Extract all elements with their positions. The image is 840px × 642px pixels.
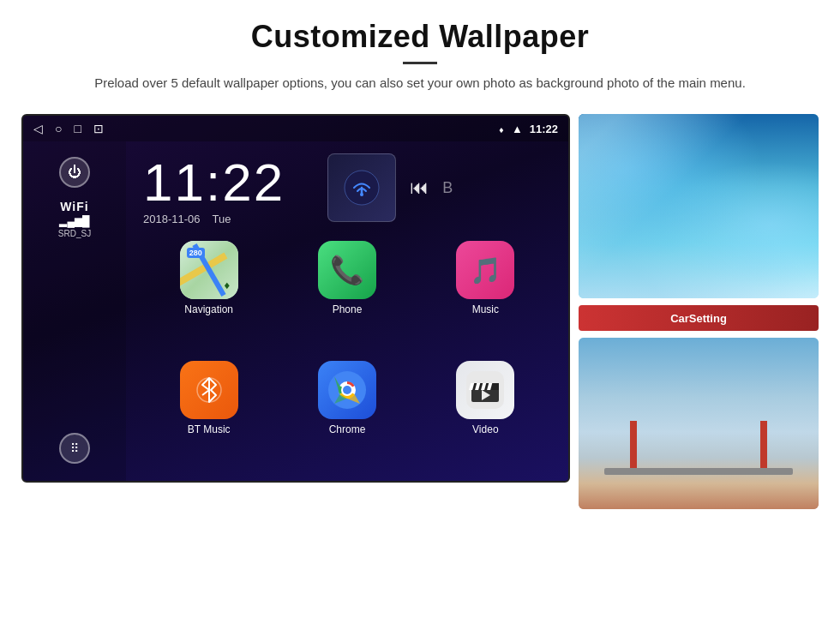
wifi-block: WiFi ▂▄▆█ SRD_SJ — [58, 200, 91, 238]
wallpaper-thumb-1[interactable] — [579, 114, 819, 298]
clock-date: 2018-11-06 Tue — [143, 213, 285, 225]
carsetting-label: CarSetting — [670, 312, 727, 325]
next-track-button[interactable]: B — [442, 179, 453, 197]
music-icon: 🎵 — [456, 241, 514, 299]
app-bt-music[interactable]: BT Music — [143, 361, 274, 474]
wifi-status-icon: ▲ — [512, 123, 523, 135]
app-phone[interactable]: 📞 Phone — [281, 241, 412, 354]
screen-body: ⏻ WiFi ▂▄▆█ SRD_SJ ⠿ 11:22 2018-11- — [23, 141, 568, 481]
phone-label: Phone — [333, 303, 363, 315]
sidebar-top: ⏻ WiFi ▂▄▆█ SRD_SJ — [58, 157, 91, 238]
now-playing-area: ⏮ B — [310, 153, 453, 222]
back-icon[interactable]: ◁ — [33, 122, 43, 135]
nav-badge: 280 — [187, 248, 205, 258]
page-header: Customized Wallpaper Preload over 5 defa… — [94, 0, 746, 93]
main-content: 11:22 2018-11-06 Tue — [126, 141, 568, 481]
app-chrome[interactable]: Chrome — [281, 361, 412, 474]
app-music[interactable]: 🎵 Music — [420, 241, 551, 354]
title-divider — [403, 62, 437, 64]
page-subtitle: Preload over 5 default wallpaper options… — [94, 73, 746, 93]
bridge-container — [604, 468, 793, 475]
chrome-label: Chrome — [329, 423, 366, 435]
media-controls: ⏮ B — [410, 177, 453, 199]
home-icon[interactable]: ○ — [55, 122, 62, 135]
music-label: Music — [472, 303, 499, 315]
now-playing-icon — [327, 153, 396, 222]
ice-shapes — [579, 114, 819, 298]
clock-block: 11:22 2018-11-06 Tue — [143, 156, 285, 225]
nav-arrow-icon: ⬧ — [223, 277, 231, 292]
svg-point-7 — [343, 386, 351, 394]
power-button[interactable]: ⏻ — [59, 157, 90, 188]
bt-music-label: BT Music — [188, 423, 231, 435]
clock-area: 11:22 2018-11-06 Tue — [126, 141, 568, 234]
apps-grid-button[interactable]: ⠿ — [59, 433, 90, 464]
page-title: Customized Wallpaper — [94, 19, 746, 55]
date-value: 2018-11-06 — [143, 213, 201, 225]
app-video[interactable]: Video — [420, 361, 551, 474]
recent-icon[interactable]: □ — [74, 122, 81, 135]
bridge-tower-left — [630, 421, 637, 468]
navigation-icon: 280 ⬧ — [180, 241, 238, 299]
bt-music-icon — [180, 361, 238, 419]
video-label: Video — [472, 423, 498, 435]
wifi-network: SRD_SJ — [58, 229, 91, 238]
wallpaper-panel: CarSetting — [579, 114, 819, 509]
wifi-bars: ▂▄▆█ — [58, 215, 91, 227]
carsetting-strip[interactable]: CarSetting — [579, 305, 819, 331]
location-icon: ⬧ — [498, 123, 505, 135]
status-right: ⬧ ▲ 11:22 — [498, 123, 558, 135]
app-navigation[interactable]: 280 ⬧ Navigation — [143, 241, 274, 354]
bridge-overlay — [579, 338, 819, 509]
bridge-tower-right — [760, 421, 767, 468]
wallpaper-thumb-2[interactable] — [579, 338, 819, 509]
day-value: Tue — [213, 213, 231, 225]
app-grid: 280 ⬧ Navigation 📞 Phone 🎵 Music — [126, 234, 568, 481]
wifi-label: WiFi — [58, 200, 91, 213]
status-bar: ◁ ○ □ ⊡ ⬧ ▲ 11:22 — [23, 116, 568, 141]
clock-time: 11:22 — [143, 156, 285, 209]
left-sidebar: ⏻ WiFi ▂▄▆█ SRD_SJ ⠿ — [23, 141, 126, 481]
video-icon — [456, 361, 514, 419]
svg-point-1 — [360, 193, 363, 196]
nav-icons: ◁ ○ □ ⊡ — [33, 122, 104, 135]
phone-icon: 📞 — [318, 241, 376, 299]
status-time: 11:22 — [530, 123, 558, 135]
chrome-icon — [318, 361, 376, 419]
prev-track-button[interactable]: ⏮ — [410, 177, 429, 199]
navigation-label: Navigation — [184, 303, 233, 315]
bridge-road — [604, 468, 793, 475]
android-screen: ◁ ○ □ ⊡ ⬧ ▲ 11:22 ⏻ WiFi ▂▄▆█ SRD_S — [21, 114, 570, 483]
screenshot-icon[interactable]: ⊡ — [93, 122, 104, 135]
content-area: ◁ ○ □ ⊡ ⬧ ▲ 11:22 ⏻ WiFi ▂▄▆█ SRD_S — [0, 114, 840, 509]
